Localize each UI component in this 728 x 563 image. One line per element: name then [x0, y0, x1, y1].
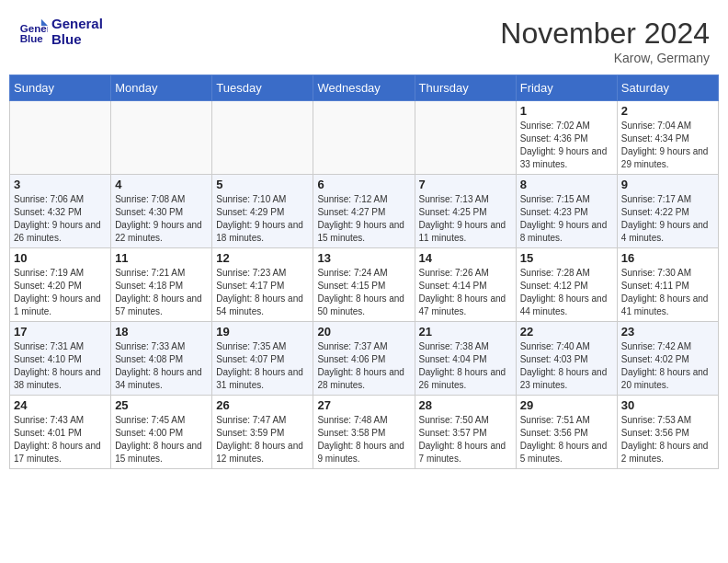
day-number: 13 — [317, 251, 410, 265]
calendar-cell: 5Sunrise: 7:10 AM Sunset: 4:29 PM Daylig… — [212, 175, 313, 248]
day-info: Sunrise: 7:48 AM Sunset: 3:58 PM Dayligh… — [317, 414, 410, 465]
logo-icon: General Blue — [18, 17, 48, 47]
svg-text:Blue: Blue — [20, 32, 44, 43]
day-info: Sunrise: 7:40 AM Sunset: 4:03 PM Dayligh… — [520, 340, 613, 392]
calendar-cell: 28Sunrise: 7:50 AM Sunset: 3:57 PM Dayli… — [415, 396, 516, 469]
day-number: 6 — [317, 178, 410, 191]
day-info: Sunrise: 7:19 AM Sunset: 4:20 PM Dayligh… — [14, 267, 107, 318]
calendar-cell: 30Sunrise: 7:53 AM Sunset: 3:56 PM Dayli… — [617, 396, 718, 469]
week-row-5: 24Sunrise: 7:43 AM Sunset: 4:01 PM Dayli… — [10, 396, 719, 469]
day-number: 17 — [14, 325, 107, 339]
day-info: Sunrise: 7:13 AM Sunset: 4:25 PM Dayligh… — [419, 193, 512, 245]
title-section: November 2024 Karow, Germany — [500, 17, 710, 65]
calendar-cell: 4Sunrise: 7:08 AM Sunset: 4:30 PM Daylig… — [111, 175, 212, 248]
day-info: Sunrise: 7:33 AM Sunset: 4:08 PM Dayligh… — [115, 340, 208, 392]
day-info: Sunrise: 7:15 AM Sunset: 4:23 PM Dayligh… — [520, 193, 613, 245]
day-info: Sunrise: 7:28 AM Sunset: 4:12 PM Dayligh… — [520, 267, 613, 318]
weekday-header-saturday: Saturday — [617, 75, 718, 101]
day-number: 12 — [216, 251, 309, 265]
day-info: Sunrise: 7:51 AM Sunset: 3:56 PM Dayligh… — [520, 414, 613, 465]
logo: General Blue General Blue — [18, 17, 103, 47]
day-info: Sunrise: 7:02 AM Sunset: 4:36 PM Dayligh… — [520, 120, 613, 171]
day-number: 7 — [419, 178, 512, 191]
calendar-cell: 3Sunrise: 7:06 AM Sunset: 4:32 PM Daylig… — [10, 175, 111, 248]
weekday-header-friday: Friday — [516, 75, 617, 101]
calendar-cell: 10Sunrise: 7:19 AM Sunset: 4:20 PM Dayli… — [10, 248, 111, 322]
calendar-cell: 25Sunrise: 7:45 AM Sunset: 4:00 PM Dayli… — [111, 396, 212, 469]
calendar-cell: 7Sunrise: 7:13 AM Sunset: 4:25 PM Daylig… — [415, 175, 516, 248]
calendar-cell — [313, 101, 415, 175]
calendar-cell: 26Sunrise: 7:47 AM Sunset: 3:59 PM Dayli… — [212, 396, 313, 469]
calendar-cell: 14Sunrise: 7:26 AM Sunset: 4:14 PM Dayli… — [415, 248, 516, 322]
weekday-header-monday: Monday — [111, 75, 212, 101]
day-info: Sunrise: 7:50 AM Sunset: 3:57 PM Dayligh… — [419, 414, 512, 465]
logo-line1: General — [51, 17, 103, 32]
calendar-cell: 13Sunrise: 7:24 AM Sunset: 4:15 PM Dayli… — [313, 248, 415, 322]
calendar-cell: 27Sunrise: 7:48 AM Sunset: 3:58 PM Dayli… — [313, 396, 415, 469]
calendar-cell: 21Sunrise: 7:38 AM Sunset: 4:04 PM Dayli… — [415, 322, 516, 396]
calendar-table: SundayMondayTuesdayWednesdayThursdayFrid… — [9, 75, 719, 469]
calendar-cell: 11Sunrise: 7:21 AM Sunset: 4:18 PM Dayli… — [111, 248, 212, 322]
day-info: Sunrise: 7:04 AM Sunset: 4:34 PM Dayligh… — [621, 120, 714, 171]
week-row-3: 10Sunrise: 7:19 AM Sunset: 4:20 PM Dayli… — [10, 248, 719, 322]
day-number: 1 — [520, 104, 613, 118]
day-info: Sunrise: 7:12 AM Sunset: 4:27 PM Dayligh… — [317, 193, 410, 245]
calendar-cell: 22Sunrise: 7:40 AM Sunset: 4:03 PM Dayli… — [516, 322, 617, 396]
day-number: 16 — [621, 251, 714, 265]
day-info: Sunrise: 7:38 AM Sunset: 4:04 PM Dayligh… — [419, 340, 512, 392]
calendar-cell: 9Sunrise: 7:17 AM Sunset: 4:22 PM Daylig… — [617, 175, 718, 248]
day-number: 10 — [14, 251, 107, 265]
day-number: 14 — [419, 251, 512, 265]
calendar-cell: 17Sunrise: 7:31 AM Sunset: 4:10 PM Dayli… — [10, 322, 111, 396]
day-info: Sunrise: 7:35 AM Sunset: 4:07 PM Dayligh… — [216, 340, 309, 392]
week-row-2: 3Sunrise: 7:06 AM Sunset: 4:32 PM Daylig… — [10, 175, 719, 248]
calendar-cell: 23Sunrise: 7:42 AM Sunset: 4:02 PM Dayli… — [617, 322, 718, 396]
day-info: Sunrise: 7:30 AM Sunset: 4:11 PM Dayligh… — [621, 267, 714, 318]
day-info: Sunrise: 7:24 AM Sunset: 4:15 PM Dayligh… — [317, 267, 410, 318]
day-info: Sunrise: 7:17 AM Sunset: 4:22 PM Dayligh… — [621, 193, 714, 245]
weekday-header-thursday: Thursday — [415, 75, 516, 101]
day-number: 8 — [520, 178, 613, 191]
calendar-cell: 8Sunrise: 7:15 AM Sunset: 4:23 PM Daylig… — [516, 175, 617, 248]
day-number: 29 — [520, 398, 613, 412]
calendar-cell — [111, 101, 212, 175]
day-info: Sunrise: 7:45 AM Sunset: 4:00 PM Dayligh… — [115, 414, 208, 465]
calendar-cell — [415, 101, 516, 175]
calendar-cell: 6Sunrise: 7:12 AM Sunset: 4:27 PM Daylig… — [313, 175, 415, 248]
day-info: Sunrise: 7:37 AM Sunset: 4:06 PM Dayligh… — [317, 340, 410, 392]
day-number: 28 — [419, 398, 512, 412]
location: Karow, Germany — [500, 51, 710, 65]
day-info: Sunrise: 7:08 AM Sunset: 4:30 PM Dayligh… — [115, 193, 208, 245]
weekday-header-sunday: Sunday — [10, 75, 111, 101]
page-header: General Blue General Blue November 2024 … — [9, 9, 719, 71]
day-number: 15 — [520, 251, 613, 265]
day-number: 5 — [216, 178, 309, 191]
day-info: Sunrise: 7:26 AM Sunset: 4:14 PM Dayligh… — [419, 267, 512, 318]
weekday-header-row: SundayMondayTuesdayWednesdayThursdayFrid… — [10, 75, 719, 101]
calendar-cell: 18Sunrise: 7:33 AM Sunset: 4:08 PM Dayli… — [111, 322, 212, 396]
calendar-cell: 24Sunrise: 7:43 AM Sunset: 4:01 PM Dayli… — [10, 396, 111, 469]
day-number: 24 — [14, 398, 107, 412]
day-number: 19 — [216, 325, 309, 339]
day-number: 20 — [317, 325, 410, 339]
day-number: 25 — [115, 398, 208, 412]
day-number: 3 — [14, 178, 107, 191]
month-title: November 2024 — [500, 17, 710, 51]
day-info: Sunrise: 7:23 AM Sunset: 4:17 PM Dayligh… — [216, 267, 309, 318]
week-row-1: 1Sunrise: 7:02 AM Sunset: 4:36 PM Daylig… — [10, 101, 719, 175]
calendar-cell: 2Sunrise: 7:04 AM Sunset: 4:34 PM Daylig… — [617, 101, 718, 175]
calendar-cell: 12Sunrise: 7:23 AM Sunset: 4:17 PM Dayli… — [212, 248, 313, 322]
day-info: Sunrise: 7:47 AM Sunset: 3:59 PM Dayligh… — [216, 414, 309, 465]
day-info: Sunrise: 7:21 AM Sunset: 4:18 PM Dayligh… — [115, 267, 208, 318]
week-row-4: 17Sunrise: 7:31 AM Sunset: 4:10 PM Dayli… — [10, 322, 719, 396]
day-info: Sunrise: 7:31 AM Sunset: 4:10 PM Dayligh… — [14, 340, 107, 392]
calendar-cell — [10, 101, 111, 175]
weekday-header-tuesday: Tuesday — [212, 75, 313, 101]
calendar-cell — [212, 101, 313, 175]
weekday-header-wednesday: Wednesday — [313, 75, 415, 101]
day-number: 18 — [115, 325, 208, 339]
day-info: Sunrise: 7:43 AM Sunset: 4:01 PM Dayligh… — [14, 414, 107, 465]
calendar-cell: 19Sunrise: 7:35 AM Sunset: 4:07 PM Dayli… — [212, 322, 313, 396]
day-number: 11 — [115, 251, 208, 265]
day-number: 9 — [621, 178, 714, 191]
